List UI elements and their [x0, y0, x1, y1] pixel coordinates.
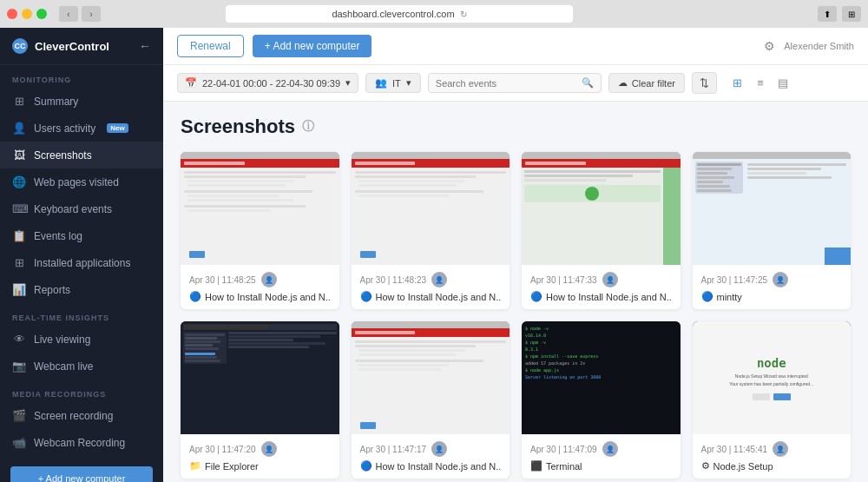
cloud-icon: ☁	[618, 77, 628, 89]
screenshot-title: 🔵 How to Install Node.js and N...	[360, 291, 502, 302]
browser-icon: ⬛	[530, 460, 542, 472]
screenshot-card[interactable]: Apr 30 | 11:47:20 👤 📁 File Explorer	[181, 321, 339, 479]
back-button[interactable]: ‹	[59, 6, 78, 22]
screenshot-card[interactable]: $ node -v v16.14.0 $ npm -v 8.3.1 $ npm …	[522, 321, 681, 479]
search-box[interactable]: 🔍	[428, 73, 602, 93]
close-button[interactable]	[7, 9, 17, 19]
sidebar-item-label: Users activity	[34, 122, 95, 135]
renewal-button[interactable]: Renewal	[177, 35, 244, 57]
screenshot-card[interactable]: Apr 30 | 11:47:33 👤 🔵 How to Install Nod…	[522, 152, 681, 309]
screenshot-title-text: How to Install Node.js and N...	[546, 292, 672, 302]
section-label-media: MEDIA RECORDINGS	[0, 380, 163, 402]
sidebar: CC CleverControl ← MONITORING ⊞ Summary …	[0, 28, 163, 482]
sidebar-item-keyboard[interactable]: ⌨ Keyboard events	[0, 195, 163, 222]
screenshot-thumbnail	[181, 152, 339, 265]
screenshot-thumbnail	[181, 321, 339, 434]
screenshot-date: Apr 30 | 11:48:23	[360, 275, 427, 285]
screenshot-info: Apr 30 | 11:45:41 👤 ⚙ Node.js Setup	[693, 434, 852, 479]
screenshot-title: 🔵 mintty	[701, 291, 843, 302]
url-text: dashboard.clevercontrol.com	[332, 9, 454, 19]
nav-buttons: ‹ ›	[59, 6, 101, 22]
browser-icon: 📁	[189, 460, 201, 472]
search-input[interactable]	[436, 78, 576, 89]
settings-icon[interactable]: ⚙	[764, 39, 775, 53]
screenshot-card[interactable]: Apr 30 | 11:47:25 👤 🔵 mintty	[693, 152, 852, 309]
sidebar-item-label: Screen recording	[34, 410, 113, 422]
sidebar-item-screenshots[interactable]: 🖼 Screenshots	[0, 142, 163, 168]
sidebar-item-label: Screenshots	[34, 149, 92, 162]
date-range-text: 22-04-01 00:00 - 22-04-30 09:39	[202, 78, 340, 89]
new-tab-icon[interactable]: ⊞	[842, 6, 861, 22]
logo-icon: CC	[12, 38, 28, 54]
date-filter[interactable]: 📅 22-04-01 00:00 - 22-04-30 09:39 ▾	[177, 73, 358, 93]
logo-text: CleverControl	[35, 40, 109, 53]
screenshot-date: Apr 30 | 11:48:25	[189, 275, 256, 285]
page-title-text: Screenshots	[181, 116, 295, 138]
users-filter-icon: 👥	[375, 77, 387, 89]
screenshot-meta: Apr 30 | 11:45:41 👤	[701, 441, 843, 457]
sidebar-item-webcam-live[interactable]: 📷 Webcam live	[0, 353, 163, 380]
screenshot-card[interactable]: Apr 30 | 11:48:23 👤 🔵 How to Install Nod…	[352, 152, 510, 309]
sidebar-item-label: Installed applications	[34, 257, 130, 269]
filter-bar: 📅 22-04-01 00:00 - 22-04-30 09:39 ▾ 👥 IT…	[163, 65, 868, 102]
avatar: 👤	[602, 441, 618, 457]
sidebar-item-webcam-recording[interactable]: 📹 Webcam Recording	[0, 429, 163, 456]
screenshot-thumbnail: $ node -v v16.14.0 $ npm -v 8.3.1 $ npm …	[522, 321, 681, 434]
department-text: IT	[392, 78, 401, 89]
avatar: 👤	[773, 441, 788, 457]
browser-icon: 🔵	[360, 291, 372, 302]
sidebar-item-summary[interactable]: ⊞ Summary	[0, 88, 163, 115]
sort-button[interactable]: ⇅	[692, 72, 717, 94]
screenshot-info: Apr 30 | 11:47:33 👤 🔵 How to Install Nod…	[522, 265, 681, 309]
department-filter[interactable]: 👥 IT ▾	[365, 73, 421, 93]
sidebar-item-web-pages[interactable]: 🌐 Web pages visited	[0, 168, 163, 195]
screenshot-title: ⚙ Node.js Setup	[701, 460, 843, 472]
sidebar-item-label: Keyboard events	[34, 203, 112, 215]
web-icon: 🌐	[12, 175, 26, 188]
sidebar-item-screen-recording[interactable]: 🎬 Screen recording	[0, 402, 163, 429]
reload-icon[interactable]: ↻	[460, 10, 467, 19]
content-area: Screenshots ⓘ	[163, 102, 868, 482]
address-bar[interactable]: dashboard.clevercontrol.com ↻	[226, 5, 573, 23]
new-badge: New	[107, 123, 128, 133]
screenshot-card[interactable]: Apr 30 | 11:48:25 👤 🔵 How to Install Nod…	[181, 152, 339, 309]
sidebar-item-users-activity[interactable]: 👤 Users activity New	[0, 115, 163, 142]
grid-view-button[interactable]: ⊞	[727, 73, 748, 94]
sidebar-item-events-log[interactable]: 📋 Events log	[0, 222, 163, 249]
screenshot-title-text: How to Install Node.js and N...	[205, 292, 331, 302]
compact-view-button[interactable]: ▤	[773, 73, 793, 94]
top-bar: Renewal + Add new computer ⚙ Alexender S…	[163, 28, 868, 65]
eye-icon: 👁	[12, 333, 26, 346]
webcam-rec-icon: 📹	[12, 436, 26, 449]
screenshots-grid: Apr 30 | 11:48:25 👤 🔵 How to Install Nod…	[181, 152, 851, 479]
add-computer-button[interactable]: + Add new computer	[253, 35, 372, 57]
minimize-button[interactable]	[22, 9, 32, 19]
search-icon: 🔍	[582, 77, 594, 89]
webcam-icon: 📷	[12, 360, 26, 373]
share-icon[interactable]: ⬆	[818, 6, 837, 22]
screenshot-thumbnail	[522, 152, 681, 265]
screenshot-title-text: Node.js Setup	[713, 461, 773, 472]
forward-button[interactable]: ›	[82, 6, 101, 22]
browser-icon: 🔵	[701, 291, 713, 302]
add-computer-bottom-button[interactable]: + Add new computer	[10, 466, 153, 482]
collapse-sidebar-button[interactable]: ←	[139, 39, 151, 53]
list-view-button[interactable]: ≡	[750, 73, 771, 94]
screenshot-meta: Apr 30 | 11:47:20 👤	[189, 441, 331, 457]
screenshot-title: 🔵 How to Install Node.js and N...	[189, 291, 331, 302]
section-label-realtime: REAL-TIME INSIGHTS	[0, 303, 163, 326]
screenshot-card[interactable]: node Node.js Setup Wizard was interrupte…	[693, 321, 852, 479]
clear-filter-button[interactable]: ☁ Clear filter	[608, 73, 685, 93]
browser-icon: 🔵	[360, 460, 372, 472]
screenshot-meta: Apr 30 | 11:47:25 👤	[701, 272, 843, 287]
screenshot-title-text: How to Install Node.js and N...	[376, 461, 502, 472]
sidebar-item-live-viewing[interactable]: 👁 Live viewing	[0, 326, 163, 353]
sidebar-item-label: Web pages visited	[34, 176, 119, 188]
maximize-button[interactable]	[36, 9, 47, 19]
screenshot-date: Apr 30 | 11:47:33	[530, 275, 597, 285]
sidebar-item-reports[interactable]: 📊 Reports	[0, 276, 163, 303]
sidebar-item-installed-apps[interactable]: ⊞ Installed applications	[0, 249, 163, 276]
screenshot-card[interactable]: Apr 30 | 11:47:17 👤 🔵 How to Install Nod…	[352, 321, 510, 479]
info-icon[interactable]: ⓘ	[302, 119, 314, 135]
screenshot-info: Apr 30 | 11:48:25 👤 🔵 How to Install Nod…	[181, 265, 339, 309]
